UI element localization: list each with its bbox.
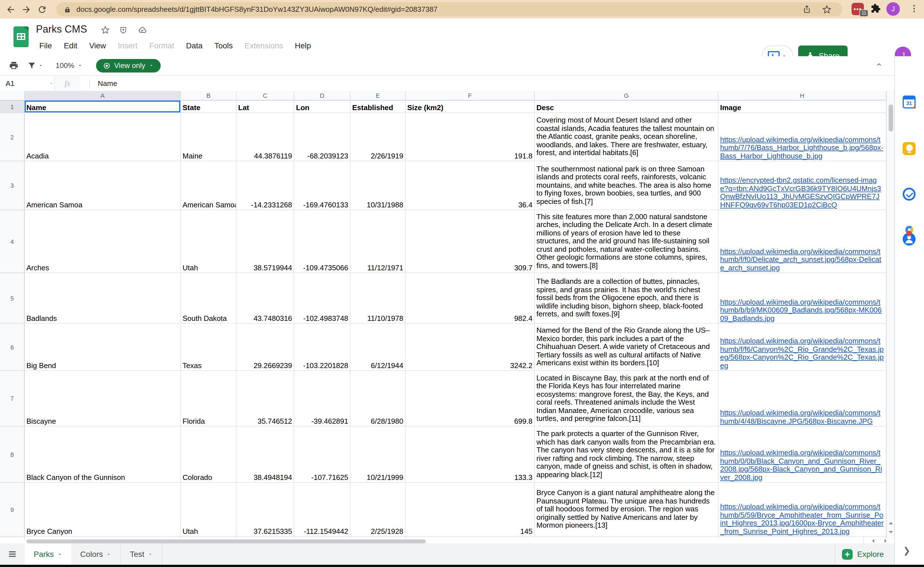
cell-B7[interactable]: Florida [181,371,237,427]
cell-D5[interactable]: -102.4983748 [294,273,351,324]
column-header-F[interactable]: F [405,91,535,101]
cell-E7[interactable]: 6/28/1980 [351,371,405,427]
cell-G7[interactable]: Located in Biscayne Bay, this park at th… [535,371,718,427]
sheets-logo-icon[interactable] [14,26,28,47]
cell-C5[interactable]: 43.7480316 [237,273,294,324]
cell-A2[interactable]: Acadia [25,113,181,161]
cell-B1[interactable]: State [181,101,237,113]
name-box[interactable]: A1 [0,79,54,88]
calendar-icon[interactable]: 31 [903,96,916,108]
cell-E6[interactable]: 6/12/1944 [351,324,405,371]
page-share-icon[interactable] [802,2,811,16]
image-link[interactable]: https://upload.wikimedia.org/wikipedia/c… [720,248,884,272]
column-header-C[interactable]: C [237,91,294,101]
cell-F4[interactable]: 309.7 [405,210,535,273]
column-header-B[interactable]: B [181,91,237,101]
cell-G1[interactable]: Desc [535,101,718,113]
browser-avatar[interactable]: J [886,2,900,16]
cell-E9[interactable]: 2/25/1928 [351,483,405,537]
cell-A6[interactable]: Big Bend [25,324,181,371]
cell-D8[interactable]: -107.71625 [294,427,351,483]
cloud-saved-icon[interactable] [137,26,146,34]
star-document-icon[interactable] [101,26,110,34]
row-header-2[interactable]: 2 [0,113,25,161]
all-sheets-icon[interactable] [0,543,25,565]
explore-button[interactable]: Explore [835,543,895,565]
cell-F8[interactable]: 133.3 [405,427,535,483]
cell-B8[interactable]: Colorado [181,427,237,483]
column-header-D[interactable]: D [294,91,351,101]
image-link[interactable]: https://upload.wikimedia.org/wikipedia/c… [720,503,884,535]
cell-D6[interactable]: -103.2201828 [294,324,351,371]
cell-B2[interactable]: Maine [181,113,237,161]
cell-A8[interactable]: Black Canyon of the Gunnison [25,427,181,483]
cell-E8[interactable]: 10/21/1999 [351,427,405,483]
cell-C3[interactable]: -14.2331268 [237,161,294,210]
cell-A3[interactable]: American Samoa [25,161,181,210]
cell-F2[interactable]: 191.8 [405,113,535,161]
cell-H4[interactable]: https://upload.wikimedia.org/wikipedia/c… [718,210,886,273]
cell-E4[interactable]: 11/12/1971 [351,210,405,273]
cell-H1[interactable]: Image [718,101,886,113]
extensions-puzzle-icon[interactable] [871,3,881,14]
cell-A7[interactable]: Biscayne [25,371,181,427]
cell-F9[interactable]: 145 [405,483,535,537]
filter-chevron-icon[interactable] [38,63,43,68]
scroll-up-icon[interactable] [888,520,894,526]
select-all-corner[interactable] [0,91,25,101]
formula-input[interactable]: Name [89,79,117,88]
back-icon[interactable] [6,4,16,14]
zoom-control[interactable]: 100% [56,61,83,70]
cell-C6[interactable]: 29.2669239 [237,324,294,371]
column-header-A[interactable]: A [25,91,181,101]
cell-F3[interactable]: 36.4 [405,161,535,210]
drive-shortcut-icon[interactable] [119,26,128,34]
column-header-G[interactable]: G [535,91,718,101]
cell-H7[interactable]: https://upload.wikimedia.org/wikipedia/c… [718,371,886,427]
reload-icon[interactable] [37,4,47,14]
row-header-5[interactable]: 5 [0,273,25,324]
cell-F5[interactable]: 982.4 [405,273,535,324]
image-link[interactable]: https://upload.wikimedia.org/wikipedia/c… [720,136,884,160]
row-header-9[interactable]: 9 [0,483,25,537]
menu-file[interactable]: File [35,39,57,52]
cell-C1[interactable]: Lat [237,101,294,113]
cell-C7[interactable]: 35.746512 [237,371,294,427]
cell-C4[interactable]: 38.5719944 [237,210,294,273]
scroll-right-icon[interactable] [883,538,888,543]
cell-D9[interactable]: -112.1549442 [294,483,351,537]
cell-B4[interactable]: Utah [181,210,237,273]
maps-icon[interactable] [903,225,916,238]
horizontal-scrollbar-thumb[interactable] [26,539,426,543]
vertical-scrollbar-thumb[interactable] [889,105,893,131]
row-header-3[interactable]: 3 [0,161,25,210]
row-header-1[interactable]: 1 [0,101,25,113]
forward-icon[interactable] [21,4,32,14]
cell-D1[interactable]: Lon [294,101,351,113]
cell-B5[interactable]: South Dakota [181,273,237,324]
image-link[interactable]: https://upload.wikimedia.org/wikipedia/c… [720,409,884,426]
bookmark-star-icon[interactable] [822,2,831,16]
menu-tools[interactable]: Tools [210,39,237,52]
cell-G9[interactable]: Bryce Canyon is a giant natural amphithe… [535,483,718,537]
panel-expand-icon[interactable]: ❯ [903,546,910,556]
cell-E2[interactable]: 2/26/1919 [351,113,405,161]
tab-test[interactable]: Test [121,543,162,565]
menu-view[interactable]: View [84,39,110,52]
tab-colors[interactable]: Colors [71,543,121,565]
cell-H3[interactable]: https://encrypted-tbn2.gstatic.com/licen… [718,161,886,210]
document-title[interactable]: Parks CMS [36,24,87,35]
cell-D3[interactable]: -169.4760133 [294,161,351,210]
collapse-toolbar-icon[interactable] [875,61,883,69]
column-header-H[interactable]: H [718,91,886,101]
cell-H9[interactable]: https://upload.wikimedia.org/wikipedia/c… [718,483,886,537]
scroll-left-icon[interactable] [871,538,876,543]
cell-A4[interactable]: Arches [25,210,181,273]
scroll-down-icon[interactable] [888,529,894,535]
row-header-6[interactable]: 6 [0,324,25,371]
cell-G3[interactable]: The southernmost national park is on thr… [535,161,718,210]
cell-H6[interactable]: https://upload.wikimedia.org/wikipedia/c… [718,324,886,371]
filter-icon[interactable] [27,61,36,70]
menu-edit[interactable]: Edit [59,39,82,52]
cell-A5[interactable]: Badlands [25,273,181,324]
